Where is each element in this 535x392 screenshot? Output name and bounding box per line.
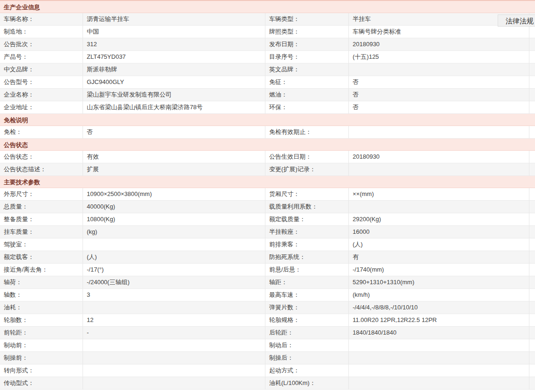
field-value: - [83,327,265,339]
field-value: 11.00R20 12PR,12R22.5 12PR [349,314,529,327]
field-label: 起动方式： [265,364,349,377]
field-label: 变更(扩展)记录： [265,163,349,176]
field-label: 总质量： [0,201,83,213]
field-label: 中文品牌： [0,63,83,76]
field-value: (十五)125 [349,51,529,63]
laws-regulations-link[interactable]: 法律法规 [498,14,535,27]
field-value: -/24000(三轴组) [83,276,265,289]
field-label: 油耗： [0,301,83,314]
field-value [349,339,529,352]
field-value: 中国 [83,26,265,38]
table-row: 公告批次：312发布日期：20180930 [0,38,535,51]
table-row: 驾驶室：前排乘客：(人) [0,238,535,251]
section-title: 主要技术参数 [4,179,40,186]
field-label: 转向形式： [0,364,83,377]
field-value: 否 [349,101,529,114]
field-label: 免检有效期止： [265,126,349,139]
field-value [83,301,265,314]
field-value: GJC9400GLY [83,76,265,89]
row-overflow-spacer [529,51,535,63]
table-row: 额定载客：(人)防抱死系统：有 [0,251,535,264]
row-overflow-spacer [529,213,535,226]
field-label: 轮胎数： [0,314,83,327]
section-title: 免检说明 [4,117,28,124]
field-value: 山东省梁山县梁山镇后庄大桥南梁济路78号 [83,101,265,114]
field-label: 载质量利用系数： [265,201,349,213]
field-value: 20180930 [349,151,529,163]
field-label: 环保： [265,101,349,114]
field-value [83,377,265,390]
field-value [349,63,529,76]
row-overflow-spacer [529,151,535,163]
field-value: 有效 [83,151,265,163]
field-label: 额定载质量： [265,213,349,226]
table-row: 制造地：中国牌照类型：车辆号牌分类标准 [0,26,535,38]
field-value: 10800(Kg) [83,213,265,226]
field-value: -/4/4/4,-/8/8/8,-/10/10/10 [349,301,529,314]
table-row: 轮胎数：12轮胎规格：11.00R20 12PR,12R22.5 12PR [0,314,535,327]
field-label: 车辆类型： [265,13,349,26]
field-value [349,377,529,390]
table-row: 油耗：弹簧片数：-/4/4/4,-/8/8/8,-/10/10/10 [0,301,535,314]
field-value [349,163,529,176]
field-label: 前轮距： [0,327,83,339]
vehicle-info-table: 生产企业信息车辆名称：沥青运输半挂车车辆类型：半挂车制造地：中国牌照类型：车辆号… [0,1,535,390]
field-label: 制操后： [265,352,349,364]
section-title: 公告状态 [4,141,28,148]
field-label: 车辆名称： [0,13,83,26]
field-label: 企业地址： [0,101,83,114]
row-overflow-spacer [529,188,535,201]
field-label: 半挂鞍座： [265,226,349,238]
field-label: 公告型号： [0,76,83,89]
field-value: 有 [349,251,529,264]
field-value: 29200(Kg) [349,213,529,226]
row-overflow-spacer [529,76,535,89]
table-row: 产品号：ZLT475YD037目录序号：(十五)125 [0,51,535,63]
field-label: 轮胎规格： [265,314,349,327]
field-label: 轴荷： [0,276,83,289]
field-label: 传动型式： [0,377,83,390]
table-row: 传动型式：油耗(L/100Km)： [0,377,535,390]
field-value: 扩展 [83,163,265,176]
field-label: 前悬/后悬： [265,264,349,276]
field-value [349,201,529,213]
field-value: 16000 [349,226,529,238]
row-overflow-spacer [529,101,535,114]
field-value: 车辆号牌分类标准 [349,26,529,38]
table-row: 企业地址：山东省梁山县梁山镇后庄大桥南梁济路78号环保：否 [0,101,535,114]
table-row: 免检：否免检有效期止： [0,126,535,139]
field-label: 后轮距： [265,327,349,339]
field-label: 最高车速： [265,289,349,301]
field-value: 12 [83,314,265,327]
field-label: 轴距： [265,276,349,289]
field-value: 10900×2500×3800(mm) [83,188,265,201]
row-overflow-spacer [529,264,535,276]
row-overflow-spacer [529,289,535,301]
row-overflow-spacer [529,339,535,352]
field-label: 接近角/离去角： [0,264,83,276]
row-overflow-spacer [529,364,535,377]
field-label: 制操前： [0,352,83,364]
table-row: 轴数：3最高车速：(km/h) [0,289,535,301]
table-row: 整备质量：10800(Kg)额定载质量：29200(Kg) [0,213,535,226]
field-label: 整备质量： [0,213,83,226]
field-label: 燃油： [265,89,349,101]
table-row: 接近角/离去角：-/17(°)前悬/后悬：-/1740(mm) [0,264,535,276]
row-overflow-spacer [529,63,535,76]
field-value: 否 [349,89,529,101]
row-overflow-spacer [529,89,535,101]
field-value: 1840/1840/1840 [349,327,529,339]
table-row: 企业名称：梁山新宇车业研发制造有限公司燃油：否 [0,89,535,101]
field-value [349,352,529,364]
field-label: 公告生效日期： [265,151,349,163]
field-label: 牌照类型： [265,26,349,38]
table-row: 中文品牌：斯派菲勒牌英文品牌： [0,63,535,76]
field-value: -/17(°) [83,264,265,276]
field-label: 企业名称： [0,89,83,101]
row-overflow-spacer [529,352,535,364]
field-label: 制动后： [265,339,349,352]
table-row: 总质量：40000(Kg)载质量利用系数： [0,201,535,213]
field-value [349,126,529,139]
table-row: 制动前：制动后： [0,339,535,352]
section-header: 公告状态 [0,139,535,151]
